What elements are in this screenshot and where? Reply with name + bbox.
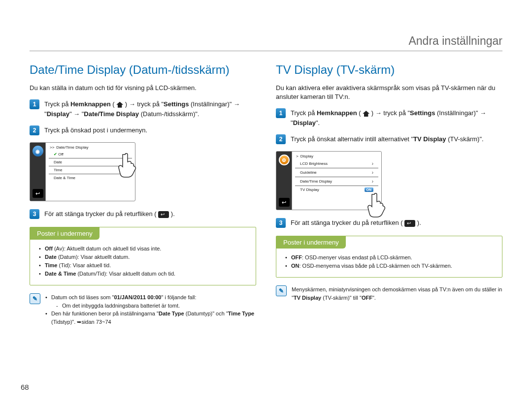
- menu-row: Guideline›: [295, 168, 378, 177]
- breadcrumb: >> Date/Time Display: [46, 144, 135, 151]
- left-column: Date/Time Display (Datum-/tidsskärm) Du …: [30, 63, 256, 326]
- step-2: 2 Tryck på önskad post i undermenyn.: [30, 125, 256, 135]
- home-icon: [116, 102, 123, 108]
- page-header: Andra inställningar: [30, 34, 502, 51]
- on-badge: ON: [365, 187, 374, 192]
- submenu-header: Poster i undermeny: [276, 236, 346, 249]
- step-number: 2: [30, 125, 39, 135]
- settings-icon: ⚙: [279, 155, 290, 165]
- note-icon: ✎: [276, 285, 287, 296]
- note: ✎ Datum och tid läses som "01/JAN/2011 0…: [30, 293, 256, 326]
- back-icon: ↩: [33, 189, 43, 198]
- step-number: 3: [276, 218, 286, 228]
- submenu-box: Poster i undermeny Off (Av): Aktuellt da…: [30, 227, 256, 285]
- step-text: Tryck på Hemknappen ( ) → tryck på "Sett…: [291, 108, 502, 127]
- step-number: 1: [30, 99, 39, 109]
- note-text: Menyskärmen, miniatyrvisningen och demos…: [292, 285, 502, 302]
- menu-row: LCD Brightness›: [295, 159, 378, 168]
- step-text: Tryck på önskad post i undermenyn.: [44, 125, 147, 135]
- submenu-box: Poster i undermeny OFF: OSD-menyer visas…: [276, 236, 502, 278]
- step-text: För att stänga trycker du på returfliken…: [44, 209, 175, 219]
- step-text: För att stänga trycker du på returfliken…: [291, 218, 421, 228]
- menu-row: TV DisplayON: [295, 186, 378, 193]
- page-number: 68: [21, 383, 29, 391]
- section-title-datetime: Date/Time Display (Datum-/tidsskärm): [30, 63, 256, 77]
- step-2: 2 Tryck på önskat alternativ intill alte…: [276, 134, 502, 144]
- menu-row: Date/Time Display›: [295, 177, 378, 186]
- chevron-right-icon: ›: [372, 161, 373, 166]
- submenu-item: Off (Av): Aktuellt datum och aktuell tid…: [39, 245, 247, 253]
- submenu-item: OFF: OSD-menyer visas endast på LCD-skär…: [285, 253, 493, 262]
- menu-row: Date: [49, 158, 132, 166]
- mode-icon: ◉: [33, 146, 43, 156]
- menu-row: ✔ Off: [49, 151, 132, 158]
- step-number: 2: [276, 134, 286, 144]
- step-3: 3 För att stänga trycker du på returflik…: [30, 209, 256, 219]
- submenu-item: Time (Tid): Visar aktuell tid.: [39, 261, 247, 270]
- step-3: 3 För att stänga trycker du på returflik…: [276, 218, 502, 228]
- intro-text: Du kan aktivera eller avaktivera skärmsp…: [276, 84, 502, 101]
- submenu-item: Date & Time (Datum/Tid): Visar aktuellt …: [39, 270, 247, 278]
- step-1: 1 Tryck på Hemknappen ( ) → tryck på "Se…: [276, 108, 502, 127]
- note-icon: ✎: [30, 293, 40, 304]
- intro-text: Du kan ställa in datum och tid för visni…: [30, 84, 256, 93]
- screen-mock-display: ⚙ ↩ > Display LCD Brightness› Guideline›…: [276, 151, 382, 210]
- return-icon: [158, 211, 169, 218]
- chevron-right-icon: ›: [372, 170, 373, 175]
- step-number: 3: [30, 209, 39, 219]
- note: ✎ Menyskärmen, miniatyrvisningen och dem…: [276, 285, 502, 302]
- submenu-item: ON: OSD-menyerna visas både på LCD-skärm…: [285, 262, 493, 270]
- step-number: 1: [276, 108, 286, 118]
- back-icon: ↩: [279, 198, 290, 207]
- submenu-item: Date (Datum): Visar aktuellt datum.: [39, 253, 247, 261]
- home-icon: [363, 111, 369, 117]
- menu-row: Time: [49, 166, 132, 174]
- screen-mock-datetime: ◉ ↩ >> Date/Time Display ✔ Off Date Time…: [30, 142, 135, 201]
- section-title-tvdisplay: TV Display (TV-skärm): [276, 63, 502, 77]
- return-icon: [404, 220, 415, 227]
- step-text: Tryck på Hemknappen ( ) → tryck på "Sett…: [44, 99, 256, 119]
- step-text: Tryck på önskat alternativ intill altern…: [291, 134, 484, 144]
- breadcrumb: > Display: [292, 153, 381, 159]
- menu-row: Date & Time: [49, 174, 132, 182]
- chevron-right-icon: ›: [372, 179, 373, 184]
- right-column: TV Display (TV-skärm) Du kan aktivera el…: [276, 63, 502, 326]
- note-line: Datum och tid läses som "01/JAN/2011 00:…: [45, 293, 256, 310]
- submenu-header: Poster i undermeny: [30, 227, 100, 240]
- note-subline: Om det inbyggda laddningsbara batteriet …: [51, 302, 256, 310]
- step-1: 1 Tryck på Hemknappen ( ) → tryck på "Se…: [30, 99, 256, 119]
- note-line: Den här funktionen beror på inställninga…: [45, 310, 256, 326]
